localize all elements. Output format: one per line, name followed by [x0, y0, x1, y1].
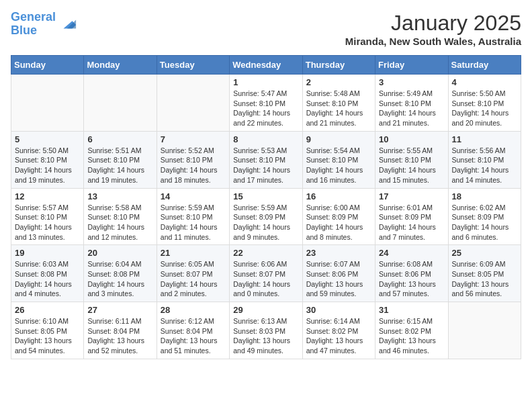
page-header: General Blue January 2025 Miranda, New S…	[11, 11, 521, 47]
calendar-cell	[84, 75, 157, 132]
weekday-header-friday: Friday	[375, 56, 448, 75]
calendar-week-1: 1Sunrise: 5:47 AMSunset: 8:10 PMDaylight…	[11, 75, 521, 132]
day-info: Sunrise: 5:58 AMSunset: 8:10 PMDaylight:…	[87, 203, 152, 242]
calendar-cell	[11, 75, 84, 132]
day-info: Sunrise: 5:51 AMSunset: 8:10 PMDaylight:…	[87, 146, 152, 185]
calendar-cell: 19Sunrise: 6:03 AMSunset: 8:08 PMDayligh…	[11, 245, 84, 302]
day-info: Sunrise: 6:01 AMSunset: 8:09 PMDaylight:…	[379, 203, 444, 242]
weekday-header-wednesday: Wednesday	[230, 56, 302, 75]
day-info: Sunrise: 5:50 AMSunset: 8:10 PMDaylight:…	[15, 146, 80, 185]
calendar-cell: 3Sunrise: 5:49 AMSunset: 8:10 PMDaylight…	[375, 75, 448, 132]
weekday-header-saturday: Saturday	[448, 56, 521, 75]
calendar-cell	[448, 302, 521, 359]
calendar-cell: 17Sunrise: 6:01 AMSunset: 8:09 PMDayligh…	[375, 188, 448, 245]
calendar-cell: 23Sunrise: 6:07 AMSunset: 8:06 PMDayligh…	[302, 245, 375, 302]
calendar-cell: 4Sunrise: 5:50 AMSunset: 8:10 PMDaylight…	[448, 75, 521, 132]
day-number: 1	[233, 77, 298, 87]
day-number: 6	[87, 134, 152, 144]
day-info: Sunrise: 6:12 AMSunset: 8:04 PMDaylight:…	[161, 316, 226, 356]
calendar-week-5: 26Sunrise: 6:10 AMSunset: 8:05 PMDayligh…	[11, 302, 521, 359]
day-info: Sunrise: 5:54 AMSunset: 8:10 PMDaylight:…	[306, 146, 371, 185]
day-number: 5	[15, 134, 80, 144]
day-info: Sunrise: 6:13 AMSunset: 8:03 PMDaylight:…	[233, 316, 298, 356]
day-number: 8	[233, 134, 298, 144]
calendar-cell: 13Sunrise: 5:58 AMSunset: 8:10 PMDayligh…	[84, 188, 157, 245]
weekday-header-tuesday: Tuesday	[157, 56, 229, 75]
location-title: Miranda, New South Wales, Australia	[345, 36, 521, 47]
day-number: 2	[306, 77, 371, 87]
calendar-week-2: 5Sunrise: 5:50 AMSunset: 8:10 PMDaylight…	[11, 131, 521, 188]
day-number: 10	[379, 134, 444, 144]
day-info: Sunrise: 6:10 AMSunset: 8:05 PMDaylight:…	[15, 316, 80, 356]
calendar-week-4: 19Sunrise: 6:03 AMSunset: 8:08 PMDayligh…	[11, 245, 521, 302]
day-number: 26	[15, 305, 80, 315]
calendar-cell: 12Sunrise: 5:57 AMSunset: 8:10 PMDayligh…	[11, 188, 84, 245]
calendar-cell: 22Sunrise: 6:06 AMSunset: 8:07 PMDayligh…	[230, 245, 302, 302]
day-info: Sunrise: 5:52 AMSunset: 8:10 PMDaylight:…	[161, 146, 226, 185]
calendar-cell: 30Sunrise: 6:14 AMSunset: 8:02 PMDayligh…	[302, 302, 375, 359]
day-info: Sunrise: 6:02 AMSunset: 8:09 PMDaylight:…	[452, 203, 517, 242]
day-number: 29	[233, 305, 298, 315]
day-info: Sunrise: 6:00 AMSunset: 8:09 PMDaylight:…	[306, 203, 371, 242]
weekday-header-monday: Monday	[84, 56, 157, 75]
calendar-cell: 26Sunrise: 6:10 AMSunset: 8:05 PMDayligh…	[11, 302, 84, 359]
calendar-cell: 9Sunrise: 5:54 AMSunset: 8:10 PMDaylight…	[302, 131, 375, 188]
day-number: 16	[306, 191, 371, 201]
day-info: Sunrise: 5:53 AMSunset: 8:10 PMDaylight:…	[233, 146, 298, 185]
day-info: Sunrise: 5:59 AMSunset: 8:10 PMDaylight:…	[161, 203, 226, 242]
day-number: 12	[15, 191, 80, 201]
day-number: 28	[161, 305, 226, 315]
day-info: Sunrise: 6:03 AMSunset: 8:08 PMDaylight:…	[15, 259, 80, 299]
day-info: Sunrise: 5:57 AMSunset: 8:10 PMDaylight:…	[15, 203, 80, 242]
calendar-cell: 18Sunrise: 6:02 AMSunset: 8:09 PMDayligh…	[448, 188, 521, 245]
calendar-cell: 5Sunrise: 5:50 AMSunset: 8:10 PMDaylight…	[11, 131, 84, 188]
calendar-cell: 15Sunrise: 5:59 AMSunset: 8:09 PMDayligh…	[230, 188, 302, 245]
day-info: Sunrise: 5:59 AMSunset: 8:09 PMDaylight:…	[233, 203, 298, 242]
day-info: Sunrise: 5:50 AMSunset: 8:10 PMDaylight:…	[452, 89, 517, 128]
day-number: 15	[233, 191, 298, 201]
calendar-week-3: 12Sunrise: 5:57 AMSunset: 8:10 PMDayligh…	[11, 188, 521, 245]
day-info: Sunrise: 6:08 AMSunset: 8:06 PMDaylight:…	[379, 259, 444, 299]
day-info: Sunrise: 5:47 AMSunset: 8:10 PMDaylight:…	[233, 89, 298, 128]
title-area: January 2025 Miranda, New South Wales, A…	[345, 11, 521, 47]
calendar-cell: 31Sunrise: 6:15 AMSunset: 8:02 PMDayligh…	[375, 302, 448, 359]
day-number: 21	[161, 248, 226, 258]
calendar-table: SundayMondayTuesdayWednesdayThursdayFrid…	[11, 55, 521, 359]
calendar-cell: 6Sunrise: 5:51 AMSunset: 8:10 PMDaylight…	[84, 131, 157, 188]
day-number: 23	[306, 248, 371, 258]
day-info: Sunrise: 6:09 AMSunset: 8:05 PMDaylight:…	[452, 259, 517, 299]
day-number: 14	[161, 191, 226, 201]
day-number: 13	[87, 191, 152, 201]
day-info: Sunrise: 5:56 AMSunset: 8:10 PMDaylight:…	[452, 146, 517, 185]
day-number: 7	[161, 134, 226, 144]
day-info: Sunrise: 6:06 AMSunset: 8:07 PMDaylight:…	[233, 259, 298, 299]
logo-line2: Blue	[11, 24, 37, 37]
weekday-header-sunday: Sunday	[11, 56, 84, 75]
day-info: Sunrise: 5:55 AMSunset: 8:10 PMDaylight:…	[379, 146, 444, 185]
day-number: 3	[379, 77, 444, 87]
day-number: 30	[306, 305, 371, 315]
day-number: 19	[15, 248, 80, 258]
logo-text: General Blue	[11, 11, 56, 38]
calendar-cell: 8Sunrise: 5:53 AMSunset: 8:10 PMDaylight…	[230, 131, 302, 188]
calendar-cell: 16Sunrise: 6:00 AMSunset: 8:09 PMDayligh…	[302, 188, 375, 245]
calendar-cell: 29Sunrise: 6:13 AMSunset: 8:03 PMDayligh…	[230, 302, 302, 359]
calendar-cell	[157, 75, 229, 132]
calendar-cell: 7Sunrise: 5:52 AMSunset: 8:10 PMDaylight…	[157, 131, 229, 188]
logo-icon	[58, 15, 77, 34]
weekday-header-thursday: Thursday	[302, 56, 375, 75]
calendar-cell: 20Sunrise: 6:04 AMSunset: 8:08 PMDayligh…	[84, 245, 157, 302]
day-number: 20	[87, 248, 152, 258]
day-number: 22	[233, 248, 298, 258]
day-info: Sunrise: 6:05 AMSunset: 8:07 PMDaylight:…	[161, 259, 226, 299]
day-info: Sunrise: 6:15 AMSunset: 8:02 PMDaylight:…	[379, 316, 444, 356]
logo: General Blue	[11, 11, 77, 38]
day-number: 25	[452, 248, 517, 258]
day-info: Sunrise: 5:49 AMSunset: 8:10 PMDaylight:…	[379, 89, 444, 128]
calendar-cell: 1Sunrise: 5:47 AMSunset: 8:10 PMDaylight…	[230, 75, 302, 132]
day-number: 17	[379, 191, 444, 201]
calendar-cell: 27Sunrise: 6:11 AMSunset: 8:04 PMDayligh…	[84, 302, 157, 359]
day-info: Sunrise: 6:11 AMSunset: 8:04 PMDaylight:…	[87, 316, 152, 356]
weekday-header-row: SundayMondayTuesdayWednesdayThursdayFrid…	[11, 56, 521, 75]
calendar-cell: 11Sunrise: 5:56 AMSunset: 8:10 PMDayligh…	[448, 131, 521, 188]
